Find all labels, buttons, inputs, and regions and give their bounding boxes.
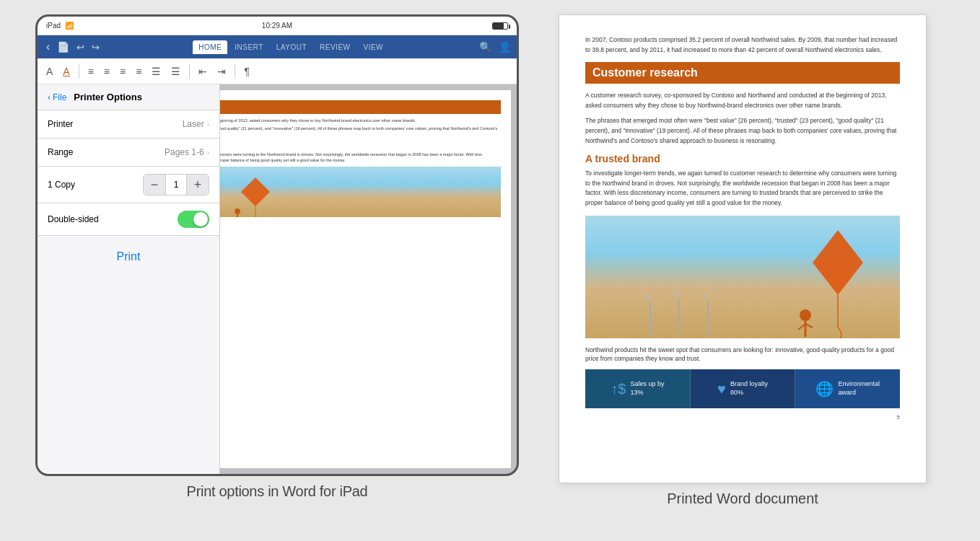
stats-brand-text: Brand loyalty80% [730, 380, 768, 397]
wifi-icon: 📶 [65, 22, 74, 30]
preview-section2-body: To investigate longer-term trends, we ag… [585, 169, 900, 208]
stats-env-text: Environmentalaward [838, 380, 880, 397]
align-left-icon[interactable]: ≡ [85, 64, 97, 79]
brand-icon: ♥ [717, 381, 726, 397]
main-container: iPad 📶 10:29 AM ‹ 📄 ↩ ↪ [0, 0, 980, 541]
align-center-icon[interactable]: ≡ [101, 64, 113, 79]
font-a-icon[interactable]: A [43, 64, 56, 79]
env-icon: 🌐 [815, 380, 834, 397]
ipad-statusbar: iPad 📶 10:29 AM [38, 17, 517, 35]
back-nav-icon[interactable]: ‹ [43, 40, 53, 53]
printer-options-header: ‹ File Printer Options [38, 84, 219, 110]
svg-point-18 [800, 309, 811, 321]
decrease-copy-button[interactable]: − [144, 175, 165, 195]
double-sided-toggle[interactable] [178, 211, 209, 228]
tab-view[interactable]: VIEW [358, 40, 390, 54]
right-caption: Printed Word document [667, 491, 818, 507]
tab-home[interactable]: HOME [193, 40, 227, 54]
svg-text:✛: ✛ [701, 291, 709, 303]
ipad-label: iPad [46, 22, 61, 30]
word-ribbon: ‹ 📄 ↩ ↪ HOME INSERT LAYOUT REVIEW VIEW 🔍 [38, 35, 517, 84]
statusbar-time: 10:29 AM [262, 22, 292, 30]
decrease-indent-icon[interactable]: ⇤ [196, 64, 210, 79]
ipad-device: iPad 📶 10:29 AM ‹ 📄 ↩ ↪ [35, 14, 519, 476]
battery-indicator [492, 22, 508, 30]
preview-footer-text: Northwind products hit the sweet spot th… [585, 346, 900, 364]
copy-count-value: 1 [165, 175, 187, 195]
svg-marker-6 [241, 177, 270, 206]
back-chevron-icon: ‹ [48, 92, 51, 102]
range-row[interactable]: Range Pages 1-6 › [38, 138, 219, 167]
ribbon-right-icons: 🔍 👤 [479, 41, 511, 53]
printer-chevron-icon: › [207, 120, 209, 128]
redo-icon[interactable]: ↪ [89, 42, 102, 53]
doc-preview-frame: In 2007, Contoso products comprised 35.2… [559, 14, 927, 483]
preview-section2-heading: A trusted brand [585, 153, 900, 164]
preview-section1-heading: Customer research [585, 62, 900, 84]
color-a-icon[interactable]: A [60, 64, 72, 79]
tab-review[interactable]: REVIEW [314, 40, 356, 54]
tab-insert[interactable]: INSERT [229, 40, 269, 54]
statusbar-right [492, 22, 508, 30]
double-sided-label: Double-sided [48, 214, 99, 224]
left-caption: Print options in Word for iPad [187, 483, 368, 500]
range-value: Pages 1-6 › [165, 147, 209, 157]
ribbon-tab-group: ‹ 📄 ↩ ↪ [43, 40, 102, 53]
stats-segment-brand: ♥ Brand loyalty80% [691, 369, 796, 408]
preview-section1-body1: A customer research survey, co-sponsored… [585, 91, 900, 110]
double-sided-row: Double-sided [38, 203, 219, 236]
svg-text:✛: ✛ [643, 291, 652, 303]
paragraph-icon[interactable]: ¶ [241, 64, 253, 79]
tab-layout[interactable]: LAYOUT [271, 40, 312, 54]
align-justify-icon[interactable]: ≡ [133, 64, 144, 79]
svg-marker-16 [813, 230, 863, 295]
undo-icon[interactable]: ↩ [74, 42, 87, 53]
preview-intro-text: In 2007, Contoso products comprised 35.2… [585, 35, 900, 55]
svg-text:✛: ✛ [672, 288, 681, 299]
print-button-container: Print [38, 236, 219, 278]
printer-options-panel: ‹ File Printer Options Printer Laser › [38, 84, 220, 474]
search-icon[interactable]: 🔍 [479, 41, 491, 53]
copy-label: 1 Copy [48, 180, 75, 190]
range-value-text: Pages 1-6 [165, 147, 204, 157]
printer-value-text: Laser [183, 119, 204, 129]
range-chevron-icon: › [207, 149, 209, 157]
stats-sales-text: Sales up by13% [630, 380, 664, 397]
statusbar-left: iPad 📶 [46, 22, 74, 30]
back-file-label: File [53, 92, 66, 102]
separator-1 [79, 64, 79, 79]
separator-2 [189, 64, 190, 79]
separator-3 [235, 64, 235, 79]
copy-stepper: − 1 + [143, 174, 209, 195]
stats-segment-env: 🌐 Environmentalaward [795, 369, 900, 408]
ribbon-controls: A A ≡ ≡ ≡ ≡ ☰ ☰ ⇤ ⇥ ¶ [38, 58, 517, 84]
bullets-icon[interactable]: ☰ [149, 64, 164, 79]
ipad-doc-area: Customer research A customer research su… [38, 84, 517, 474]
increase-indent-icon[interactable]: ⇥ [214, 64, 229, 79]
preview-stats-bar: ↑$ Sales up by13% ♥ Brand loyalty80% 🌐 E… [585, 369, 900, 408]
range-label: Range [48, 147, 73, 157]
numbering-icon[interactable]: ☰ [168, 64, 183, 79]
ribbon-main-tabs: HOME INSERT LAYOUT REVIEW VIEW [193, 40, 389, 54]
printer-value: Laser › [183, 119, 209, 129]
page-number: 5 [585, 414, 900, 421]
preview-section1-body2: The phrases that emerged most often were… [585, 116, 900, 146]
copy-row: 1 Copy − 1 + [38, 167, 219, 203]
printer-label: Printer [48, 119, 73, 129]
battery-fill [493, 23, 504, 29]
align-right-icon[interactable]: ≡ [117, 64, 128, 79]
preview-kite-image: ✛ ✛ ✛ [585, 216, 900, 338]
doc-icon[interactable]: 📄 [54, 41, 72, 53]
user-icon[interactable]: 👤 [499, 41, 511, 53]
svg-point-8 [235, 208, 240, 214]
back-to-file-button[interactable]: ‹ File [48, 92, 66, 102]
stats-segment-sales: ↑$ Sales up by13% [585, 369, 691, 408]
sales-icon: ↑$ [611, 381, 626, 397]
increase-copy-button[interactable]: + [187, 175, 209, 195]
ribbon-tabs: ‹ 📄 ↩ ↪ HOME INSERT LAYOUT REVIEW VIEW 🔍 [38, 35, 517, 58]
left-panel: iPad 📶 10:29 AM ‹ 📄 ↩ ↪ [32, 14, 522, 527]
printer-options-title: Printer Options [74, 92, 142, 102]
printer-row[interactable]: Printer Laser › [38, 110, 219, 138]
preview-kite-scene-svg: ✛ ✛ ✛ [585, 216, 900, 338]
print-button[interactable]: Print [117, 250, 141, 263]
